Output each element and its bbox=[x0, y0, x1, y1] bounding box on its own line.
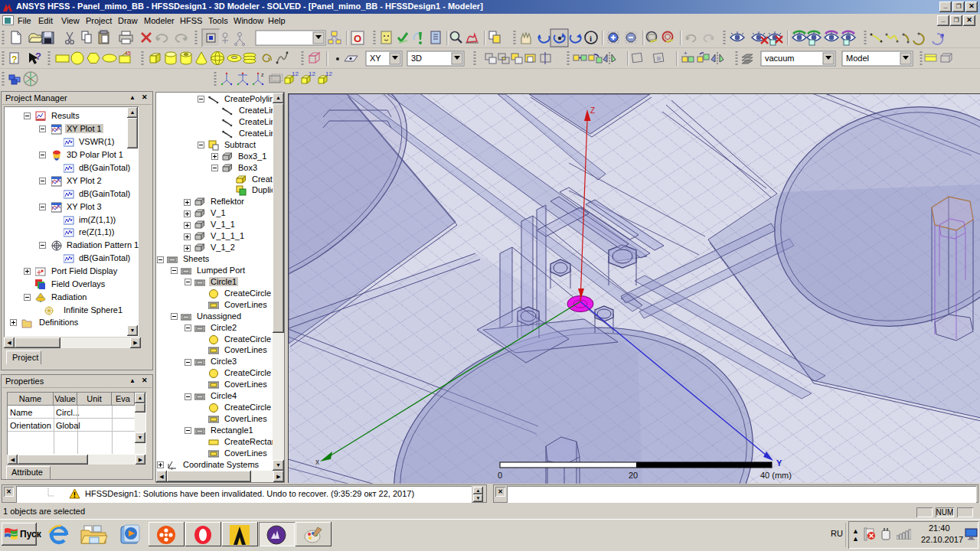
svg-text:Y: Y bbox=[776, 458, 782, 468]
svg-text:Z: Z bbox=[590, 106, 595, 115]
svg-text:0: 0 bbox=[940, 33, 944, 40]
svg-text:vacuum: vacuum bbox=[765, 54, 795, 63]
svg-text:40 (mm): 40 (mm) bbox=[760, 471, 792, 480]
svg-text:12: 12 bbox=[309, 70, 315, 77]
svg-text:XY: XY bbox=[370, 54, 381, 63]
svg-text:12: 12 bbox=[325, 70, 332, 77]
svg-text:O: O bbox=[354, 33, 361, 44]
svg-text:z: z bbox=[171, 466, 173, 471]
svg-text:3D: 3D bbox=[411, 54, 422, 63]
svg-text:0: 0 bbox=[498, 471, 502, 480]
svg-text:+: + bbox=[684, 50, 688, 57]
svg-text:?: ? bbox=[11, 54, 17, 65]
svg-text:12: 12 bbox=[292, 70, 299, 77]
svg-text:Model: Model bbox=[846, 54, 869, 63]
svg-text:?: ? bbox=[35, 51, 41, 62]
svg-text:z: z bbox=[261, 72, 264, 77]
svg-text:x: x bbox=[315, 458, 319, 466]
svg-text:i: i bbox=[590, 34, 592, 43]
svg-text:20: 20 bbox=[629, 471, 638, 480]
